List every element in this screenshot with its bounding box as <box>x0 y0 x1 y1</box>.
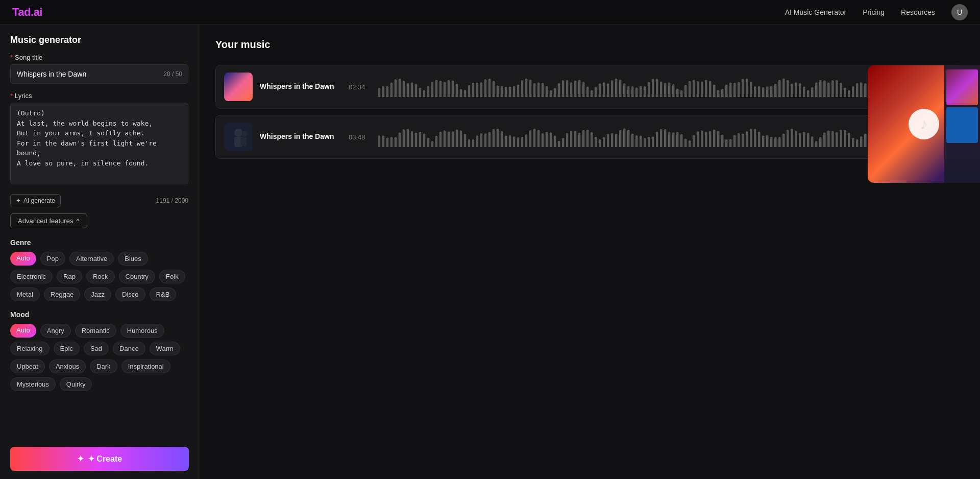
nav-pricing[interactable]: Pricing <box>863 8 885 16</box>
create-button[interactable]: ✦ ✦ Create <box>10 447 189 471</box>
mood-tag-auto[interactable]: Auto <box>10 324 36 338</box>
svg-rect-131 <box>403 129 405 147</box>
mood-tag-dark[interactable]: Dark <box>90 360 117 373</box>
mood-tag-sad[interactable]: Sad <box>84 342 109 355</box>
genre-tag-disco[interactable]: Disco <box>115 288 145 301</box>
svg-rect-106 <box>811 87 814 97</box>
player-background: ♪ <box>868 65 980 183</box>
svg-rect-89 <box>742 79 744 97</box>
svg-rect-30 <box>501 86 503 97</box>
mood-tag-romantic[interactable]: Romantic <box>75 324 116 338</box>
svg-rect-44 <box>558 83 560 97</box>
genre-tag-country[interactable]: Country <box>119 270 156 283</box>
svg-rect-137 <box>427 138 430 147</box>
ai-generate-button[interactable]: ✦ AI generate <box>10 194 61 207</box>
genre-tag-reggae[interactable]: Reggae <box>44 288 81 301</box>
svg-rect-193 <box>656 132 658 147</box>
genre-tags-group: AutoPopAlternativeBluesElectronicRapRock… <box>10 252 188 301</box>
genre-tag-auto[interactable]: Auto <box>10 252 36 266</box>
genre-tag-jazz[interactable]: Jazz <box>84 288 111 301</box>
svg-rect-225 <box>787 130 789 147</box>
mood-tag-warm[interactable]: Warm <box>150 342 180 355</box>
svg-rect-207 <box>713 130 716 147</box>
mood-tag-upbeat[interactable]: Upbeat <box>10 360 45 373</box>
svg-rect-220 <box>766 135 769 147</box>
logo[interactable]: Tad.ai <box>12 6 42 19</box>
song-title-label: *Song title <box>10 54 188 61</box>
svg-rect-217 <box>754 129 756 147</box>
svg-rect-197 <box>672 132 675 147</box>
svg-rect-214 <box>742 134 744 147</box>
svg-rect-231 <box>811 136 814 147</box>
mood-tag-inspirational[interactable]: Inspirational <box>121 360 170 373</box>
advanced-features-toggle[interactable]: Advanced features ^ <box>10 213 87 228</box>
nav-ai-music[interactable]: AI Music Generator <box>785 8 847 16</box>
lyrics-wrapper: (Outro) At last, the world begins to wak… <box>10 103 188 186</box>
svg-rect-113 <box>840 83 842 97</box>
svg-rect-202 <box>693 135 695 147</box>
genre-tag-r-b[interactable]: R&B <box>150 288 177 301</box>
svg-rect-8 <box>411 82 413 97</box>
svg-rect-206 <box>709 131 712 147</box>
svg-rect-35 <box>521 80 524 97</box>
svg-rect-71 <box>668 83 671 97</box>
svg-point-123 <box>241 131 248 137</box>
genre-tag-metal[interactable]: Metal <box>10 288 40 301</box>
waveform-1[interactable] <box>377 77 867 97</box>
svg-rect-74 <box>680 90 683 97</box>
svg-rect-4 <box>395 79 397 97</box>
mood-tag-dance[interactable]: Dance <box>113 342 145 355</box>
mood-tag-anxious[interactable]: Anxious <box>49 360 86 373</box>
mood-tag-mysterious[interactable]: Mysterious <box>10 377 56 391</box>
mood-tag-epic[interactable]: Epic <box>54 342 80 355</box>
svg-rect-82 <box>713 85 716 97</box>
svg-rect-150 <box>480 133 483 147</box>
genre-tag-rap[interactable]: Rap <box>57 270 82 283</box>
svg-rect-19 <box>456 84 458 97</box>
svg-rect-102 <box>795 83 797 97</box>
svg-rect-68 <box>656 79 658 97</box>
svg-rect-6 <box>403 81 405 97</box>
svg-rect-34 <box>517 85 520 97</box>
svg-rect-100 <box>787 80 789 97</box>
track-thumbnail-1[interactable] <box>224 73 253 101</box>
genre-tag-blues[interactable]: Blues <box>118 252 148 266</box>
svg-rect-26 <box>484 79 487 97</box>
logo-text: Tad <box>12 6 31 18</box>
mood-tag-quirky[interactable]: Quirky <box>60 377 92 391</box>
track-thumbnail-2[interactable] <box>224 123 253 151</box>
genre-tag-folk[interactable]: Folk <box>159 270 185 283</box>
genre-tag-alternative[interactable]: Alternative <box>69 252 114 266</box>
mood-tag-angry[interactable]: Angry <box>40 324 71 338</box>
genre-tag-electronic[interactable]: Electronic <box>10 270 53 283</box>
svg-rect-130 <box>399 132 401 147</box>
svg-rect-118 <box>860 83 863 97</box>
mood-tag-humorous[interactable]: Humorous <box>120 324 164 338</box>
user-avatar[interactable]: U <box>951 4 968 20</box>
svg-rect-21 <box>464 90 467 97</box>
svg-rect-10 <box>419 88 422 97</box>
svg-rect-47 <box>570 82 573 97</box>
lyrics-textarea[interactable]: (Outro) At last, the world begins to wak… <box>10 103 188 184</box>
nav-resources[interactable]: Resources <box>901 8 935 16</box>
lyrics-label: *Lyrics <box>10 92 188 100</box>
svg-rect-195 <box>664 129 667 147</box>
svg-rect-135 <box>419 132 422 147</box>
genre-tag-rock[interactable]: Rock <box>86 270 115 283</box>
mood-tag-relaxing[interactable]: Relaxing <box>10 342 50 355</box>
svg-rect-244 <box>864 134 867 147</box>
svg-rect-187 <box>631 134 634 147</box>
svg-rect-154 <box>497 129 499 147</box>
waveform-2[interactable] <box>377 127 867 147</box>
svg-rect-144 <box>456 130 458 147</box>
svg-rect-129 <box>395 137 397 147</box>
svg-rect-188 <box>635 135 638 147</box>
svg-rect-76 <box>689 81 691 97</box>
genre-tag-pop[interactable]: Pop <box>40 252 65 266</box>
svg-rect-228 <box>799 133 801 147</box>
svg-rect-15 <box>439 81 442 97</box>
svg-rect-229 <box>803 132 805 147</box>
svg-rect-127 <box>386 138 389 147</box>
svg-rect-140 <box>439 132 442 147</box>
song-title-input[interactable] <box>10 64 188 84</box>
